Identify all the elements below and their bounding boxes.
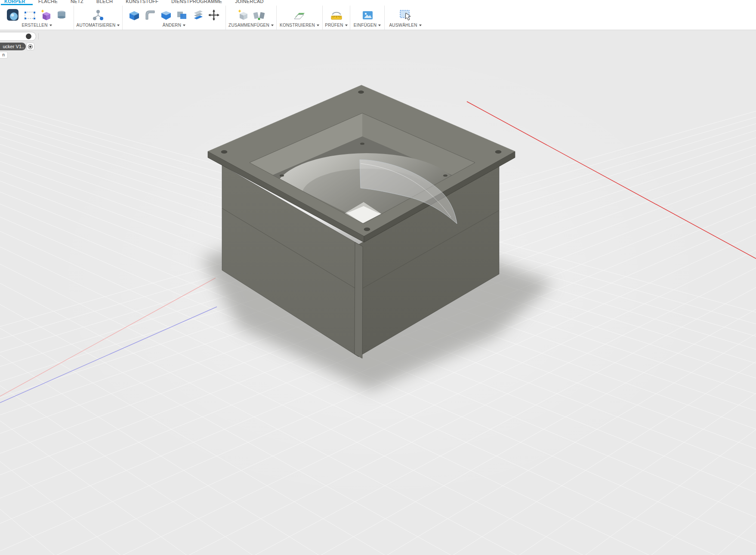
- revolve-icon[interactable]: [55, 9, 68, 22]
- chevron-down-icon: [183, 25, 185, 26]
- group-label-text: EINFÜGEN: [354, 23, 376, 28]
- fillet-icon[interactable]: [144, 9, 157, 22]
- document-name-chip[interactable]: ucker V1..: [0, 43, 26, 50]
- chevron-down-icon: [117, 25, 120, 26]
- group-label-text: ÄNDERN: [163, 23, 181, 28]
- body-corner-chamfer: [355, 242, 363, 358]
- tab-flaeche[interactable]: FLÄCHE: [38, 0, 58, 3]
- pill-separator: [38, 33, 39, 40]
- shell-icon[interactable]: [160, 9, 173, 22]
- move-copy-icon[interactable]: [207, 9, 220, 22]
- ribbon-group-auswaehlen: AUSWÄHLEN: [385, 6, 426, 30]
- browser-search-pill[interactable]: [0, 32, 36, 41]
- ribbon-group-konstruieren: KONSTRUIEREN: [277, 6, 323, 30]
- chevron-down-icon: [271, 25, 274, 26]
- configure-network-icon[interactable]: [92, 9, 105, 22]
- primitive-cube-icon[interactable]: [39, 9, 52, 22]
- chevron-down-icon: [317, 25, 319, 26]
- flange-screw-hole[interactable]: [221, 150, 227, 153]
- group-label-text: ERSTELLEN: [22, 23, 47, 28]
- new-component-icon[interactable]: [237, 9, 250, 22]
- group-label-text: KONSTRUIEREN: [280, 23, 315, 28]
- insert-image-icon[interactable]: [361, 9, 374, 22]
- sketch-box-icon[interactable]: [23, 9, 36, 22]
- chevron-down-icon: [49, 25, 52, 26]
- floor-screw-hole: [443, 174, 447, 176]
- ribbon-group-zusammenfuegen: ZUSAMMENFÜGEN: [226, 6, 277, 30]
- tab-koerper[interactable]: KÖRPER: [4, 0, 25, 3]
- automatisieren-menu[interactable]: AUTOMATISIEREN: [77, 23, 120, 28]
- tab-dienstprogramme[interactable]: DIENSTPROGRAMME: [171, 0, 222, 3]
- pruefen-menu[interactable]: PRÜFEN: [325, 23, 347, 28]
- chevron-down-icon: [419, 25, 422, 26]
- ribbon-group-aendern: ÄNDERN: [123, 6, 226, 30]
- press-pull-icon[interactable]: [128, 9, 141, 22]
- select-cursor-icon[interactable]: [398, 8, 412, 22]
- group-label-text: AUTOMATISIEREN: [77, 23, 116, 28]
- viewport-canvas[interactable]: [0, 0, 756, 555]
- floor-screw-hole: [280, 174, 284, 176]
- tab-joinercad[interactable]: JOINERCAD: [235, 0, 264, 3]
- chevron-down-icon: [345, 25, 348, 26]
- combine-icon[interactable]: [176, 9, 188, 22]
- ribbon-group-automatisieren: AUTOMATISIEREN: [74, 6, 123, 30]
- erstellen-menu[interactable]: ERSTELLEN: [22, 23, 52, 28]
- active-tab-underline: [1, 4, 33, 5]
- flange-screw-hole[interactable]: [495, 150, 501, 153]
- aendern-menu[interactable]: ÄNDERN: [163, 23, 185, 28]
- ribbon-tabs: KÖRPER FLÄCHE NETZ BLECH KUNSTSTOFF DIEN…: [0, 0, 756, 6]
- tab-kunststoff[interactable]: KUNSTSTOFF: [126, 0, 158, 3]
- split-body-icon[interactable]: [191, 9, 204, 22]
- konstruieren-menu[interactable]: KONSTRUIEREN: [280, 23, 319, 28]
- flange-screw-hole[interactable]: [358, 91, 364, 93]
- ribbon-group-erstellen: ERSTELLEN: [0, 6, 74, 30]
- ribbon-group-pruefen: PRÜFEN: [323, 6, 350, 30]
- flange-screw-hole[interactable]: [364, 228, 370, 231]
- radio-dot-icon: [28, 44, 33, 49]
- einfuegen-menu[interactable]: EINFÜGEN: [354, 23, 381, 28]
- create-form-icon[interactable]: [6, 8, 20, 22]
- chevron-down-icon: [378, 25, 381, 26]
- dark-circle-icon[interactable]: [26, 34, 31, 39]
- measure-icon[interactable]: [330, 9, 343, 22]
- tab-blech[interactable]: BLECH: [96, 0, 113, 3]
- group-label-text: AUSWÄHLEN: [389, 23, 417, 28]
- joint-icon[interactable]: [253, 9, 265, 22]
- ribbon-group-einfuegen: EINFÜGEN: [350, 6, 385, 30]
- tab-netz[interactable]: NETZ: [71, 0, 83, 3]
- auswaehlen-menu[interactable]: AUSWÄHLEN: [389, 23, 421, 28]
- ribbon-toolbar: KÖRPER FLÄCHE NETZ BLECH KUNSTSTOFF DIEN…: [0, 0, 756, 30]
- ribbon-groups: ERSTELLEN AUTOMATISIEREN: [0, 6, 426, 30]
- group-label-text: PRÜFEN: [325, 23, 343, 28]
- construction-plane-icon[interactable]: [293, 9, 306, 22]
- group-label-text: ZUSAMMENFÜGEN: [228, 23, 269, 28]
- browser-partial-item[interactable]: n: [0, 52, 8, 59]
- floor-screw-hole: [360, 142, 364, 145]
- visibility-radio-button[interactable]: [26, 43, 34, 50]
- zusammenfuegen-menu[interactable]: ZUSAMMENFÜGEN: [228, 23, 274, 28]
